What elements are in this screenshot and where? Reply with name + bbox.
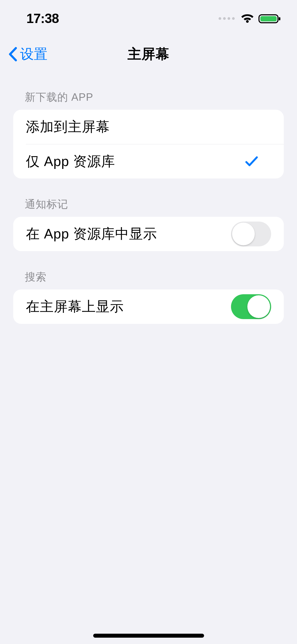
checkmark-icon [245,155,271,168]
section-header-search: 搜索 [13,270,284,289]
row-label: 在 App 资源库中显示 [26,225,157,243]
group-search: 在主屏幕上显示 [13,289,284,324]
option-app-library-only[interactable]: 仅 App 资源库 [26,144,284,178]
svg-rect-2 [279,17,280,20]
row-show-in-library: 在 App 资源库中显示 [13,217,284,251]
nav-bar: 设置 主屏幕 [0,37,297,71]
cellular-signal-icon [219,17,235,20]
home-indicator[interactable] [93,634,204,638]
toggle-show-on-home[interactable] [231,294,271,319]
battery-icon [258,13,281,24]
svg-rect-1 [260,16,277,21]
back-button[interactable]: 设置 [8,45,48,63]
section-new-apps: 新下载的 APP 添加到主屏幕 仅 App 资源库 [0,90,297,178]
group-badges: 在 App 资源库中显示 [13,217,284,251]
status-time: 17:38 [26,11,59,26]
option-label: 添加到主屏幕 [26,118,110,136]
back-label: 设置 [20,45,48,63]
chevron-left-icon [8,47,17,62]
status-indicators [219,13,281,24]
row-label: 在主屏幕上显示 [26,297,124,316]
option-add-to-home[interactable]: 添加到主屏幕 [13,110,284,144]
section-header-badges: 通知标记 [13,197,284,217]
status-bar: 17:38 [0,0,297,37]
group-new-apps: 添加到主屏幕 仅 App 资源库 [13,110,284,178]
row-show-on-home: 在主屏幕上显示 [13,289,284,324]
section-badges: 通知标记 在 App 资源库中显示 [0,197,297,251]
option-label: 仅 App 资源库 [26,152,115,171]
section-header-new-apps: 新下载的 APP [13,90,284,110]
page-title: 主屏幕 [128,45,169,63]
toggle-show-in-library[interactable] [231,222,271,246]
section-search: 搜索 在主屏幕上显示 [0,270,297,324]
wifi-icon [241,13,254,24]
toggle-knob [232,223,255,245]
toggle-knob [247,295,270,318]
